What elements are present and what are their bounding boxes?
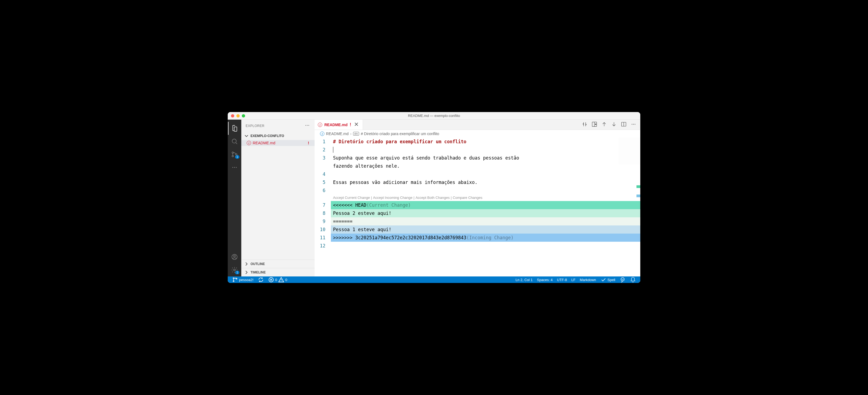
split-editor-icon[interactable] (621, 121, 627, 128)
accept-current-link[interactable]: Accept Current Change (333, 194, 370, 202)
status-bar: pessoa2! 0 0 Ln 2, Col 1 Spaces: 4 UTF-8… (228, 276, 640, 283)
spell-status[interactable]: Spell (598, 277, 618, 283)
info-icon: i (318, 123, 322, 127)
svg-point-14 (595, 124, 596, 125)
maximize-window-button[interactable] (242, 114, 245, 118)
svg-point-8 (234, 255, 236, 257)
info-icon: i (320, 132, 324, 136)
chevron-down-icon (244, 133, 249, 139)
incoming-change-line: Pessoa 1 esteve aqui! (333, 225, 392, 234)
code-content[interactable]: # Diretório criado para exemplificar um … (331, 137, 640, 276)
warning-icon (278, 277, 284, 283)
indentation-status[interactable]: Spaces: 4 (535, 278, 555, 282)
current-change-line: Pessoa 2 esteve aqui! (333, 209, 392, 217)
error-icon (268, 277, 274, 283)
check-icon (600, 277, 606, 283)
conflict-head-marker: <<<<<<< HEAD (333, 201, 366, 209)
language-mode[interactable]: Markdown (578, 278, 598, 282)
tab-readme[interactable]: i README.md ! (315, 120, 363, 130)
conflict-separator: ======= (333, 217, 352, 225)
more-icon[interactable] (228, 161, 241, 174)
incoming-change-annotation: (Incoming Change) (466, 234, 514, 242)
merge-codelens: Accept Current Change| Accept Incoming C… (331, 195, 640, 201)
text-line: Essas pessoas vão adicionar mais informa… (333, 178, 477, 186)
timeline-section[interactable]: TIMELINE (241, 268, 315, 276)
problems-status[interactable]: 0 0 (266, 277, 289, 283)
tab-actions (582, 121, 640, 128)
svg-point-21 (236, 278, 237, 279)
close-window-button[interactable] (231, 114, 234, 118)
explorer-icon[interactable] (228, 122, 241, 135)
breadcrumb-file: README.md (326, 132, 348, 136)
git-branch-icon (232, 277, 238, 283)
compare-changes-icon[interactable] (582, 121, 588, 128)
svg-point-11 (307, 125, 308, 126)
svg-point-2 (232, 156, 234, 157)
minimize-window-button[interactable] (237, 114, 240, 118)
encoding-status[interactable]: UTF-8 (555, 278, 569, 282)
svg-point-9 (234, 269, 236, 271)
accept-both-link[interactable]: Accept Both Changes (415, 194, 450, 202)
more-actions-icon[interactable] (630, 121, 637, 128)
compare-changes-link[interactable]: Compare Changes (453, 194, 482, 202)
heading-line: # Diretório criado para exemplificar um … (333, 137, 466, 146)
overview-ruler-incoming (637, 195, 640, 197)
editor-area: i README.md ! i READM (315, 120, 640, 276)
sync-status[interactable] (256, 277, 266, 283)
source-control-icon[interactable]: 1 (228, 148, 241, 161)
window-title: README.md — exemplo-conflito (408, 114, 460, 118)
current-change-annotation: (Current Change) (366, 201, 411, 209)
tab-name: README.md (324, 123, 348, 127)
outline-section[interactable]: OUTLINE (241, 260, 315, 268)
chevron-right-icon (244, 261, 249, 267)
svg-point-17 (633, 124, 634, 125)
svg-point-6 (236, 167, 237, 168)
open-preview-icon[interactable] (591, 121, 597, 128)
minimap[interactable] (619, 137, 640, 165)
accept-incoming-link[interactable]: Accept Incoming Change (373, 194, 412, 202)
svg-point-24 (622, 279, 622, 279)
settings-badge: 1 (235, 271, 239, 274)
conflict-tail-marker: >>>>>>> 3c20251a794ec572e2c3202017d843e2… (333, 234, 466, 242)
branch-status[interactable]: pessoa2! (230, 277, 256, 283)
search-icon[interactable] (228, 135, 241, 148)
text-line: Suponha que esse arquivo está sendo trab… (333, 154, 519, 162)
notifications-icon[interactable] (628, 277, 638, 283)
breadcrumb[interactable]: i README.md › abc # Diretório criado par… (315, 130, 640, 137)
svg-point-3 (236, 154, 237, 155)
editor[interactable]: 1 2 3 4 5 6 7 8 9 10 11 12 # Diretório c (315, 137, 640, 276)
conflict-marker: ! (308, 141, 309, 145)
svg-point-16 (631, 124, 632, 125)
sidebar-header: EXPLORER (241, 120, 315, 132)
feedback-icon[interactable] (618, 277, 628, 283)
sidebar-more-icon[interactable] (304, 122, 310, 129)
traffic-lights (231, 114, 245, 118)
cursor-position[interactable]: Ln 2, Col 1 (513, 278, 535, 282)
info-icon: i (247, 141, 251, 145)
titlebar: README.md — exemplo-conflito (228, 112, 640, 120)
folder-name: EXEMPLO-CONFLITO (250, 134, 284, 138)
svg-point-4 (232, 167, 233, 168)
close-tab-icon[interactable] (353, 121, 359, 128)
arrow-down-icon[interactable] (611, 121, 617, 128)
svg-point-1 (232, 152, 234, 153)
scm-badge: 1 (235, 155, 239, 159)
sync-icon (258, 277, 264, 283)
svg-point-23 (621, 277, 624, 281)
svg-point-0 (232, 139, 236, 143)
breadcrumb-symbol: # Diretório criado para exemplificar um … (361, 132, 439, 136)
folder-header[interactable]: EXEMPLO-CONFLITO (241, 132, 315, 140)
activity-bar: 1 1 (228, 120, 241, 276)
sidebar-title: EXPLORER (246, 124, 265, 128)
svg-point-12 (308, 125, 309, 126)
accounts-icon[interactable] (228, 251, 241, 263)
svg-point-20 (233, 281, 234, 282)
eol-status[interactable]: LF (569, 278, 578, 282)
overview-ruler-current (637, 185, 640, 188)
file-row[interactable]: i README.md ! (241, 140, 315, 146)
arrow-up-icon[interactable] (601, 121, 607, 128)
settings-icon[interactable]: 1 (228, 263, 241, 276)
sidebar: EXPLORER EXEMPLO-CONFLITO i README.md ! … (241, 120, 315, 276)
file-name: README.md (253, 141, 306, 145)
chevron-right-icon (244, 269, 249, 275)
